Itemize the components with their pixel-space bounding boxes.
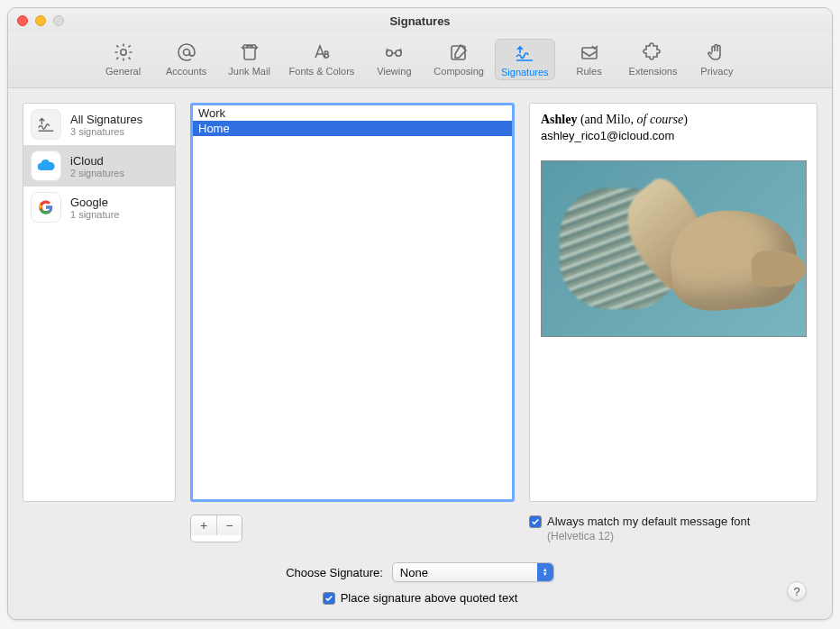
gear-icon (110, 41, 137, 64)
tab-label: Fonts & Colors (289, 66, 355, 77)
account-list: All Signatures 3 signatures iCloud 2 sig… (23, 103, 176, 502)
place-above-checkbox-row[interactable]: Place signature above quoted text (323, 591, 518, 605)
popup-arrows-icon: ▲▼ (537, 563, 553, 581)
glasses-icon (380, 41, 407, 64)
tab-label: Accounts (166, 66, 206, 77)
tab-label: Extensions (629, 66, 678, 77)
main-row: All Signatures 3 signatures iCloud 2 sig… (23, 103, 817, 502)
checkbox-checked-icon (529, 515, 542, 528)
tab-label: Signatures (501, 67, 549, 77)
choose-signature-row: Choose Signature: None ▲▼ (286, 562, 554, 582)
signature-preview[interactable]: Ashley (and Milo, of course) ashley_rico… (529, 103, 817, 502)
fonts-icon (308, 41, 335, 64)
tab-label: Viewing (377, 66, 411, 77)
tab-accounts[interactable]: Accounts (158, 39, 215, 80)
account-count: 1 signature (70, 209, 119, 220)
checkbox-checked-icon (323, 592, 335, 605)
add-signature-button[interactable]: + (191, 515, 216, 535)
account-item-icloud[interactable]: iCloud 2 signatures (23, 145, 175, 187)
tab-viewing[interactable]: Viewing (365, 39, 423, 80)
tab-junk-mail[interactable]: Junk Mail (221, 39, 278, 80)
choose-signature-popup[interactable]: None ▲▼ (392, 562, 554, 582)
svg-point-1 (183, 50, 189, 56)
tab-signatures[interactable]: Signatures (495, 39, 555, 80)
titlebar: Signatures (8, 8, 832, 33)
all-signatures-icon (31, 109, 61, 140)
at-icon (173, 41, 200, 64)
trash-icon (236, 41, 263, 64)
help-button[interactable]: ? (787, 581, 807, 601)
tab-composing[interactable]: Composing (428, 39, 489, 80)
tab-label: Composing (434, 66, 484, 77)
choose-signature-label: Choose Signature: (286, 566, 383, 579)
preview-name-bold: Ashley (541, 113, 577, 126)
window-title: Signatures (8, 14, 832, 28)
account-name: All Signatures (70, 113, 142, 126)
content-area: All Signatures 3 signatures iCloud 2 sig… (8, 88, 832, 619)
bottom-area: Choose Signature: None ▲▼ Place signatur… (23, 550, 817, 610)
list-footer: + − Always match my default message font… (23, 509, 817, 542)
signature-icon (511, 41, 538, 65)
match-font-section: Always match my default message font (He… (529, 515, 817, 542)
preferences-window: Signatures General Accounts Junk Mail (7, 7, 833, 620)
preview-name-line: Ashley (and Milo, of course) (541, 113, 806, 127)
account-name: iCloud (70, 154, 124, 168)
signature-item-work[interactable]: Work (193, 105, 512, 121)
remove-signature-button[interactable]: − (216, 515, 242, 535)
add-remove-signature: + − (190, 515, 242, 542)
rules-icon (576, 41, 603, 64)
signature-list[interactable]: Work Home (190, 103, 515, 502)
tab-fonts-colors[interactable]: Fonts & Colors (284, 39, 361, 80)
preview-email: ashley_rico1@icloud.com (541, 129, 806, 142)
tab-rules[interactable]: Rules (561, 39, 618, 80)
match-font-checkbox-row[interactable]: Always match my default message font (529, 515, 817, 528)
account-count: 2 signatures (70, 168, 124, 178)
preview-name-text1: (and Milo, (577, 113, 636, 126)
match-font-label: Always match my default message font (547, 515, 750, 528)
tab-extensions[interactable]: Extensions (624, 39, 683, 80)
match-font-sub: (Helvetica 12) (547, 530, 817, 542)
svg-point-0 (120, 50, 125, 55)
tab-label: Junk Mail (228, 66, 269, 77)
preferences-toolbar: General Accounts Junk Mail Fonts & Color… (8, 33, 832, 88)
tab-label: Rules (577, 66, 602, 77)
tab-privacy[interactable]: Privacy (688, 39, 745, 80)
preview-image (541, 160, 807, 337)
tab-label: General (105, 66, 141, 77)
hand-icon (703, 41, 730, 64)
account-item-google[interactable]: Google 1 signature (23, 187, 175, 228)
icloud-icon (31, 150, 61, 181)
tab-label: Privacy (700, 66, 733, 77)
compose-icon (445, 41, 472, 64)
account-item-all-signatures[interactable]: All Signatures 3 signatures (23, 104, 175, 145)
tab-general[interactable]: General (95, 39, 152, 80)
puzzle-icon (639, 41, 666, 64)
preview-name-text2: ) (683, 113, 688, 126)
signature-item-home[interactable]: Home (193, 121, 512, 136)
preview-name-italic: of course (637, 113, 684, 126)
google-icon (31, 192, 61, 223)
account-count: 3 signatures (70, 126, 142, 137)
account-name: Google (70, 196, 119, 209)
choose-signature-value: None (400, 566, 428, 579)
place-above-label: Place signature above quoted text (341, 591, 518, 605)
